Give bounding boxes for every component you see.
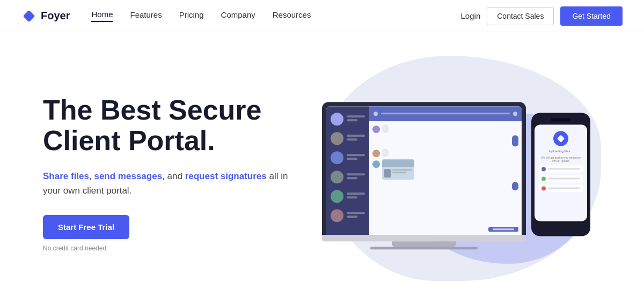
- topbar-dot-2: [513, 112, 517, 116]
- hero-illustration: Uploading files... We will get back to y…: [301, 32, 623, 304]
- msg-row-sent-2: [372, 182, 518, 190]
- sidebar-text: [347, 135, 365, 142]
- subtitle-messages: send messages: [94, 171, 162, 181]
- sidebar-avatar: [331, 209, 343, 222]
- hero-subtitle: Share files, send messages, and request …: [43, 169, 301, 198]
- action-button: [488, 227, 518, 232]
- topbar-dot: [374, 112, 378, 116]
- login-button[interactable]: Login: [461, 11, 481, 20]
- sidebar-text: [347, 154, 365, 161]
- sidebar-line-short: [347, 158, 357, 160]
- msg-bubble-sent: [512, 135, 518, 146]
- subtitle-and: , and: [162, 171, 185, 181]
- phone-app-logo: [553, 131, 568, 146]
- contact-sales-button[interactable]: Contact Sales: [487, 7, 554, 25]
- phone-file-item-1: [539, 165, 583, 173]
- hero-content: The Best Secure Client Portal. Share fil…: [43, 84, 301, 253]
- sidebar-avatar: [331, 170, 343, 183]
- msg-avatar-3: [372, 160, 380, 168]
- msg-bubble-2: [382, 149, 389, 157]
- logo[interactable]: Foyer: [21, 9, 70, 24]
- hero-section: The Best Secure Client Portal. Share fil…: [0, 32, 644, 304]
- file-dot-2: [541, 176, 546, 181]
- topbar-line: [381, 113, 510, 114]
- sidebar-text: [347, 212, 365, 219]
- nav-pricing[interactable]: Pricing: [179, 10, 204, 21]
- phone-screen: Uploading files... We will get back to y…: [535, 124, 587, 221]
- start-trial-button[interactable]: Start Free Trial: [43, 215, 129, 239]
- sidebar-text: [347, 192, 365, 200]
- logo-icon: [21, 9, 36, 24]
- laptop-stand: [392, 241, 456, 247]
- sidebar-line-short: [347, 177, 357, 179]
- sidebar-line: [347, 192, 365, 195]
- msg-avatar-2: [372, 150, 380, 157]
- sidebar-line-short: [347, 138, 357, 140]
- sidebar-item: [328, 130, 367, 147]
- phone-notch: [551, 118, 570, 121]
- phone-logo-icon: [557, 135, 565, 142]
- sidebar-avatar: [331, 113, 343, 125]
- hero-title: The Best Secure Client Portal.: [43, 95, 301, 156]
- main-nav: Home Features Pricing Company Resources: [91, 10, 460, 22]
- msg-row: [372, 124, 518, 133]
- sidebar-item: [328, 188, 367, 205]
- msg-bubble-sent-2: [512, 182, 518, 190]
- nav-features[interactable]: Features: [130, 10, 162, 21]
- app-messages: [369, 121, 522, 235]
- nav-home[interactable]: Home: [91, 10, 113, 22]
- msg-bubble: [382, 124, 389, 133]
- sidebar-text: [347, 115, 365, 123]
- sidebar-item: [328, 207, 367, 224]
- get-started-button[interactable]: Get Started: [560, 6, 623, 26]
- phone-subtext: We will get back to you tomorrow with an…: [539, 155, 583, 162]
- no-credit-text: No credit card needed: [43, 244, 301, 252]
- sidebar-item: [328, 110, 367, 128]
- action-line: [493, 228, 514, 230]
- header-actions: Login Contact Sales Get Started: [461, 6, 623, 26]
- phone-file-list: [539, 165, 583, 192]
- nav-resources[interactable]: Resources: [273, 10, 311, 21]
- phone-mockup: Uploading files... We will get back to y…: [531, 113, 590, 236]
- laptop-foot: [370, 247, 478, 249]
- msg-row-id: [372, 159, 518, 180]
- sidebar-avatar: [331, 190, 343, 203]
- brand-name: Foyer: [41, 10, 70, 22]
- sidebar-line: [347, 154, 365, 156]
- phone-outer: Uploading files... We will get back to y…: [531, 113, 590, 236]
- sidebar-line: [347, 212, 365, 214]
- app-main-area: [369, 106, 522, 235]
- subtitle-share: Share files: [43, 171, 89, 181]
- nav-company[interactable]: Company: [221, 10, 255, 21]
- msg-row-2: [372, 149, 518, 157]
- phone-upload-text: Uploading files...: [549, 149, 573, 152]
- sidebar-line: [347, 173, 365, 175]
- action-bar: [372, 227, 518, 232]
- file-line-3: [548, 188, 580, 189]
- sidebar-item: [328, 149, 367, 166]
- sidebar-line: [347, 135, 365, 137]
- sidebar-line-short: [347, 216, 357, 218]
- msg-row-sent: [372, 135, 518, 146]
- id-card-preview: [382, 159, 414, 180]
- svg-rect-1: [557, 135, 565, 142]
- phone-file-item-2: [539, 175, 583, 182]
- app-sidebar: [326, 106, 369, 235]
- sidebar-item: [328, 168, 367, 186]
- sidebar-avatar: [331, 151, 343, 164]
- file-dot-1: [541, 167, 546, 171]
- header: Foyer Home Features Pricing Company Reso…: [0, 0, 644, 32]
- sidebar-text: [347, 173, 365, 181]
- sidebar-avatar: [331, 132, 343, 145]
- laptop-screen-inner: [326, 106, 522, 235]
- app-topbar: [369, 106, 522, 121]
- msg-avatar: [372, 125, 380, 133]
- file-dot-3: [541, 186, 546, 190]
- laptop-mockup: [322, 102, 526, 249]
- laptop-base: [322, 235, 526, 241]
- sidebar-line-short: [347, 196, 357, 198]
- sidebar-line-short: [347, 119, 357, 121]
- phone-file-item-3: [539, 184, 583, 192]
- file-line-2: [548, 178, 580, 180]
- file-line-1: [548, 168, 580, 170]
